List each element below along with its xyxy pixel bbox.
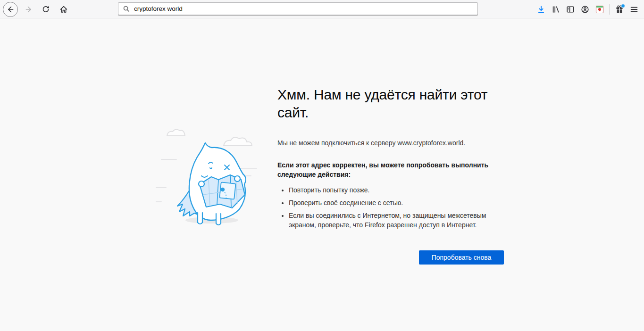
sidebar-button[interactable]	[563, 2, 577, 17]
sidebar-icon	[566, 5, 575, 14]
url-input-text: cryptoforex world	[134, 5, 183, 12]
navigation-buttons	[3, 1, 71, 17]
home-button[interactable]	[57, 2, 71, 17]
library-icon	[551, 5, 560, 14]
forward-button[interactable]	[22, 2, 36, 17]
error-title: Хмм. Нам не удаётся найти этот сайт.	[277, 86, 504, 122]
lost-mascot-illustration	[156, 123, 269, 232]
error-suggestion-intro: Если этот адрес корректен, вы можете поп…	[277, 160, 504, 179]
try-again-button[interactable]: Попробовать снова	[419, 250, 504, 265]
browser-window: cryptoforex world	[0, 0, 644, 331]
back-arrow-icon	[6, 5, 15, 14]
home-icon	[59, 5, 68, 14]
url-bar[interactable]: cryptoforex world	[118, 2, 478, 15]
list-item: Если вы соединились с Интернетом, но защ…	[289, 211, 504, 230]
menu-button[interactable]	[627, 2, 641, 17]
security-extension-button[interactable]	[592, 2, 607, 17]
list-item: Повторить попытку позже.	[289, 185, 504, 195]
button-row: Попробовать снова	[277, 250, 504, 265]
hamburger-menu-icon	[629, 5, 639, 14]
back-button[interactable]	[3, 2, 18, 17]
reload-icon	[41, 5, 50, 14]
account-button[interactable]	[577, 2, 592, 17]
browser-toolbar: cryptoforex world	[0, 0, 644, 18]
error-description: Мы не можем подключиться к серверу www.c…	[277, 138, 504, 148]
notification-dot	[621, 4, 625, 8]
reload-button[interactable]	[39, 2, 53, 17]
shield-extension-icon	[595, 5, 604, 14]
error-text-column: Хмм. Нам не удаётся найти этот сайт. Мы …	[277, 86, 504, 265]
forward-arrow-icon	[24, 5, 33, 14]
toolbar-separator	[609, 4, 610, 15]
toolbar-action-buttons	[534, 1, 641, 17]
gift-extension-button[interactable]	[612, 2, 627, 17]
list-item: Проверить своё соединение с сетью.	[289, 198, 504, 207]
account-icon	[580, 5, 590, 14]
library-button[interactable]	[548, 2, 563, 17]
search-icon	[123, 5, 130, 13]
download-icon	[536, 5, 546, 14]
downloads-button[interactable]	[534, 2, 548, 17]
error-suggestion-list: Повторить попытку позже. Проверить своё …	[277, 185, 504, 230]
error-page: Хмм. Нам не удаётся найти этот сайт. Мы …	[0, 18, 644, 331]
